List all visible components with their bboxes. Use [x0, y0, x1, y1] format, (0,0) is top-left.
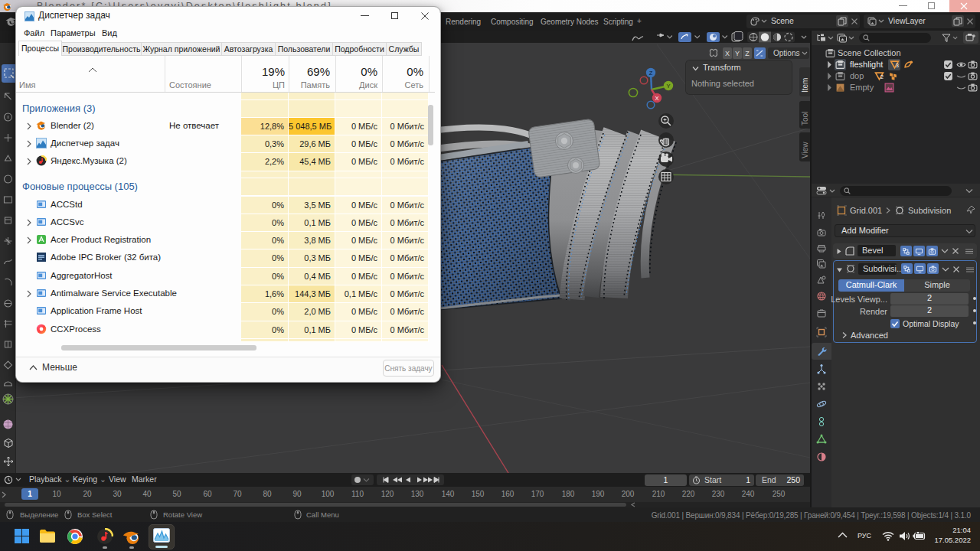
svg-text:Item: Item — [801, 78, 809, 93]
svg-text:Y: Y — [735, 50, 740, 57]
svg-text:Options: Options — [773, 49, 799, 57]
svg-text:Tool: Tool — [801, 112, 809, 126]
svg-text:X: X — [655, 95, 658, 102]
svg-text:View: View — [801, 142, 809, 158]
svg-text:X: X — [725, 50, 730, 57]
svg-text:Z: Z — [649, 70, 653, 77]
svg-text:Y: Y — [666, 83, 670, 90]
svg-text:Z: Z — [745, 50, 750, 57]
